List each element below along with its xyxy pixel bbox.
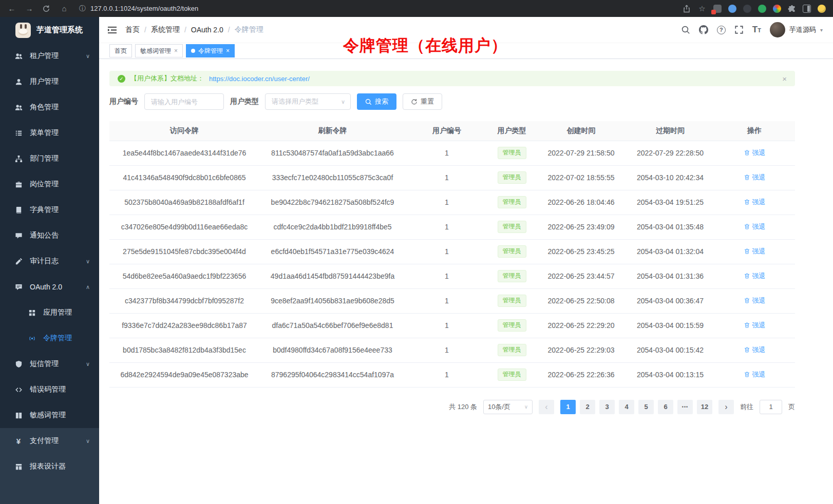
page-button[interactable]: 2	[580, 400, 595, 414]
address-bar[interactable]: ⓘ 127.0.0.1:1024/system/oauth2/token	[77, 4, 674, 13]
breadcrumb-home[interactable]: 首页	[125, 25, 140, 34]
tab-home[interactable]: 首页	[109, 44, 132, 57]
goto-page-input[interactable]	[760, 400, 782, 414]
force-logout-button[interactable]: 强退	[744, 296, 766, 305]
extension-blue-icon[interactable]	[728, 5, 736, 13]
breadcrumb-system[interactable]: 系统管理	[151, 25, 180, 34]
force-logout-button[interactable]: 强退	[744, 321, 766, 330]
sidebar-item-oauth2[interactable]: OAuth 2.0 ∧	[0, 274, 99, 300]
github-icon[interactable]	[699, 25, 708, 34]
fullscreen-icon[interactable]	[734, 25, 744, 34]
sidebar-item-sensitive-word[interactable]: 敏感词管理	[0, 402, 99, 428]
reset-button[interactable]: 重置	[403, 93, 442, 110]
sidebar-item-report-designer[interactable]: 报表设计器	[0, 454, 99, 479]
page-button[interactable]: 4	[619, 400, 634, 414]
chevron-down-icon: ∨	[341, 99, 345, 105]
app-shell: 芋道管理系统 租户管理 ∨ 用户管理 角色管理 菜单管理	[0, 17, 833, 504]
table-row: f9336e7c7dd242a283ee98dc86b17a87 dfa6c71…	[109, 313, 795, 338]
user-type-select[interactable]: 请选择用户类型 ∨	[265, 93, 351, 110]
sidebar-item-oauth2-token[interactable]: 令牌管理	[0, 325, 99, 351]
sidebar-item-role[interactable]: 角色管理	[0, 94, 99, 120]
cell-user-id: 1	[406, 215, 488, 239]
tab-token[interactable]: 令牌管理 ×	[186, 44, 235, 57]
sidebar-item-errcode[interactable]: 错误码管理	[0, 377, 99, 402]
page-button[interactable]: 12	[697, 400, 712, 414]
cell-create-time: 2022-06-25 22:50:08	[536, 288, 627, 313]
sidebar-item-label: OAuth 2.0	[30, 283, 79, 291]
sidebar-item-dict[interactable]: 字典管理	[0, 197, 99, 223]
table-row: c342377bf8b344799dcbf7bf095287f2 9ce8ef2…	[109, 288, 795, 313]
cell-user-id: 1	[406, 264, 488, 288]
extensions-puzzle-icon[interactable]	[788, 5, 796, 13]
page-button[interactable]: 1	[560, 400, 576, 414]
cell-refresh-token: dfa6c71a50a54c66bef706ef9e6e8d81	[259, 313, 406, 338]
cell-access-token: b0d1785bc3a8482f812db4a3f3bd15ec	[109, 338, 259, 362]
extension-colorful-icon[interactable]	[773, 5, 781, 13]
bookmark-star-icon[interactable]: ☆	[697, 5, 707, 12]
app-title: 芋道管理系统	[36, 25, 83, 35]
extension-badge-icon[interactable]	[713, 5, 722, 13]
extension-green-icon[interactable]	[758, 5, 766, 13]
cell-access-token: 1ea5e44f8bc1467aaede43144f31de76	[109, 141, 259, 165]
sidebar-item-sms[interactable]: 短信管理 ∨	[0, 351, 99, 377]
force-logout-button[interactable]: 强退	[744, 247, 766, 256]
force-logout-button[interactable]: 强退	[744, 148, 766, 158]
browser-forward-icon[interactable]: →	[25, 5, 34, 12]
sidebar-item-user[interactable]: 用户管理	[0, 69, 99, 94]
chevron-down-icon: ∨	[86, 438, 90, 444]
search-button[interactable]: 搜索	[357, 93, 396, 110]
page-button[interactable]: 3	[599, 400, 615, 414]
browser-profile-avatar[interactable]	[818, 5, 826, 13]
force-logout-button[interactable]: 强退	[744, 173, 766, 182]
page-content: ✓ 【用户体系】文档地址： https://doc.iocoder.cn/use…	[99, 59, 833, 414]
browser-home-icon[interactable]: ⌂	[60, 5, 69, 12]
page-ellipsis[interactable]: •••	[677, 400, 693, 414]
tab-sensitive-word[interactable]: 敏感词管理 ×	[135, 44, 183, 57]
sidebar-item-oauth2-app[interactable]: 应用管理	[0, 300, 99, 325]
close-icon[interactable]: ×	[226, 47, 230, 54]
browser-back-icon[interactable]: ←	[7, 5, 16, 12]
cell-create-time: 2022-06-25 23:45:25	[536, 239, 627, 264]
goto-label: 前往	[740, 402, 753, 412]
breadcrumb-oauth2[interactable]: OAuth 2.0	[191, 26, 223, 34]
sidebar-item-pay[interactable]: ¥ 支付管理 ∨	[0, 428, 99, 454]
force-logout-button[interactable]: 强退	[744, 198, 766, 207]
sidebar-item-notice[interactable]: 通知公告	[0, 223, 99, 248]
extension-dark-icon[interactable]	[743, 5, 751, 13]
user-type-badge: 管理员	[498, 295, 526, 307]
user-type-badge: 管理员	[498, 369, 526, 381]
help-icon[interactable]: ?	[717, 26, 726, 34]
sidebar-item-menu[interactable]: 菜单管理	[0, 120, 99, 146]
page-size-select[interactable]: 10条/页 ∨	[483, 400, 533, 414]
site-info-icon[interactable]: ⓘ	[79, 4, 86, 13]
sidebar-item-audit[interactable]: 审计日志 ∨	[0, 248, 99, 274]
sidebar-item-dept[interactable]: 部门管理	[0, 146, 99, 171]
hamburger-icon[interactable]	[107, 25, 117, 35]
logo-bar[interactable]: 芋道管理系统	[0, 17, 99, 43]
search-icon[interactable]	[681, 25, 690, 34]
share-icon[interactable]	[683, 5, 691, 13]
user-dropdown[interactable]: 芋道源码 ▾	[770, 22, 823, 37]
page-button[interactable]: 6	[658, 400, 673, 414]
side-panel-icon[interactable]	[803, 5, 811, 13]
sidebar-item-label: 用户管理	[30, 77, 90, 86]
org-tree-icon	[14, 154, 23, 163]
font-size-icon[interactable]: TT	[752, 25, 761, 35]
force-logout-button[interactable]: 强退	[744, 370, 766, 379]
alert-close-icon[interactable]: ×	[782, 74, 787, 83]
force-logout-button[interactable]: 强退	[744, 345, 766, 355]
browser-reload-icon[interactable]	[42, 5, 51, 13]
force-logout-label: 强退	[752, 198, 766, 207]
sidebar-item-post[interactable]: 岗位管理	[0, 171, 99, 197]
force-logout-label: 强退	[752, 272, 766, 281]
force-logout-button[interactable]: 强退	[744, 222, 766, 231]
prev-page-button[interactable]: ‹	[539, 400, 554, 414]
goto-unit-label: 页	[788, 402, 795, 412]
user-id-input[interactable]	[144, 93, 224, 110]
doc-link[interactable]: https://doc.iocoder.cn/user-center/	[209, 75, 310, 83]
next-page-button[interactable]: ›	[718, 400, 734, 414]
close-icon[interactable]: ×	[174, 47, 178, 54]
sidebar-item-tenant[interactable]: 租户管理 ∨	[0, 43, 99, 69]
page-button[interactable]: 5	[638, 400, 654, 414]
force-logout-button[interactable]: 强退	[744, 272, 766, 281]
